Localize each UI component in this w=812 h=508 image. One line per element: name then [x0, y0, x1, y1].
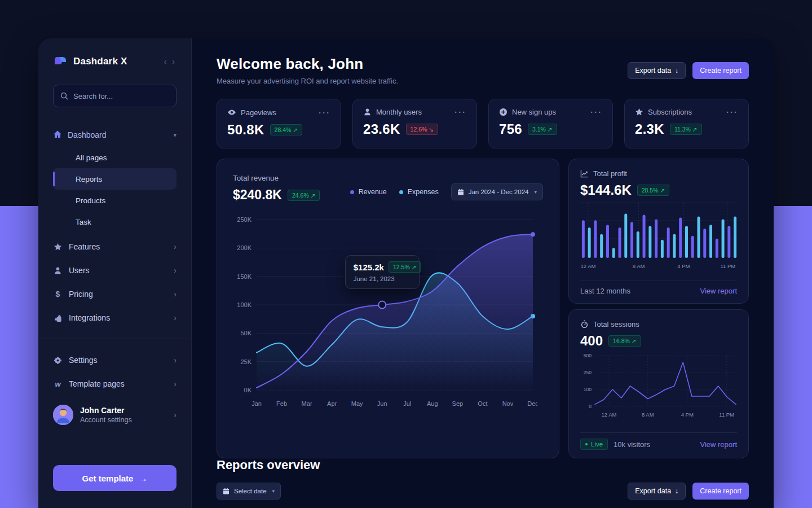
revenue-chart-svg: 250K200K150K100K50K25K0KJanFebMarAprMayJ…	[233, 212, 537, 410]
sidebar-item-features[interactable]: Features ›	[53, 235, 176, 259]
sidebar-item-template-pages[interactable]: w Template pages ›	[53, 372, 176, 396]
live-badge: Live	[580, 439, 608, 450]
stat-card-pageviews: Pageviews ··· 50.8K 28.4% ↗	[217, 99, 341, 148]
stat-value: 756	[499, 121, 522, 137]
app-window: Dashdark X ‹ › Dashboard ▾	[38, 38, 774, 508]
svg-text:Oct: Oct	[478, 400, 487, 407]
create-report-button-bottom[interactable]: Create report	[692, 483, 749, 500]
tooltip-date: June 21, 2023	[354, 275, 411, 282]
sidebar-item-integrations[interactable]: Integrations ›	[53, 306, 176, 330]
stats-row: Pageviews ··· 50.8K 28.4% ↗ Monthly user…	[217, 99, 749, 148]
export-data-button[interactable]: Export data ↓	[628, 62, 686, 79]
sidebar-item-label: Integrations	[69, 313, 110, 322]
profile-subtitle: Account settings	[80, 416, 132, 424]
svg-text:May: May	[351, 400, 363, 407]
svg-text:Dec: Dec	[527, 400, 537, 407]
stat-value: 2.3K	[635, 121, 664, 137]
svg-text:Jul: Jul	[403, 400, 411, 407]
svg-text:Mar: Mar	[302, 400, 312, 407]
calendar-icon	[457, 189, 464, 195]
chevron-right-icon: ›	[174, 313, 176, 322]
calendar-icon	[223, 488, 230, 494]
more-options-button[interactable]: ···	[319, 110, 330, 115]
stat-label: Subscriptions	[648, 108, 692, 116]
dollar-icon: $	[53, 290, 63, 299]
search-icon	[60, 92, 68, 100]
stopwatch-icon	[580, 320, 589, 329]
get-template-button[interactable]: Get template →	[53, 465, 176, 491]
sessions-value: 400	[580, 333, 603, 349]
stat-delta-badge: 11.3% ↗	[670, 124, 702, 135]
chevron-down-icon: ▾	[534, 189, 537, 195]
more-options-button[interactable]: ···	[454, 110, 466, 115]
chart-line-icon	[580, 169, 589, 178]
sidebar-collapse-icons[interactable]: ‹ ›	[164, 57, 176, 66]
profit-footer-label: Last 12 months	[580, 287, 630, 295]
search-box[interactable]	[53, 85, 176, 107]
live-dot-icon	[585, 443, 588, 445]
sidebar-item-dashboard[interactable]: Dashboard ▾	[53, 124, 176, 146]
more-options-button[interactable]: ···	[590, 110, 602, 115]
stat-label: Pageviews	[241, 108, 276, 117]
home-icon	[53, 130, 62, 141]
svg-text:100: 100	[584, 387, 592, 392]
select-date-label: Select date	[234, 488, 267, 494]
svg-text:25K: 25K	[240, 358, 251, 365]
chevron-right-icon: ›	[174, 356, 176, 365]
star-icon	[53, 243, 63, 251]
cta-label: Get template	[82, 474, 134, 483]
reports-overview-title: Reports overview	[217, 458, 749, 472]
revenue-value: $240.8K	[233, 187, 282, 203]
svg-text:11 PM: 11 PM	[720, 263, 735, 269]
chevron-right-icon: ›	[174, 410, 176, 419]
sidebar-item-label: Users	[69, 266, 90, 275]
svg-text:12 AM: 12 AM	[602, 411, 617, 418]
sidebar-item-label: Template pages	[69, 379, 125, 388]
sidebar-item-settings[interactable]: Settings ›	[53, 348, 176, 372]
create-report-button[interactable]: Create report	[692, 62, 749, 79]
gear-icon	[53, 356, 63, 365]
svg-text:500: 500	[584, 353, 592, 358]
profit-view-report-link[interactable]: View report	[700, 287, 737, 295]
sidebar-divider	[38, 339, 191, 339]
revenue-dot	[350, 190, 354, 194]
total-profit-card: Total profit $144.6K 28.5% ↗ 12 AM8 AM4 …	[568, 159, 749, 304]
sidebar-item-products[interactable]: Products	[53, 190, 176, 211]
svg-text:4 PM: 4 PM	[681, 411, 694, 418]
sessions-view-report-link[interactable]: View report	[700, 440, 737, 449]
chevron-right-icon: ›	[174, 290, 176, 299]
expenses-dot	[399, 190, 403, 194]
svg-text:Aug: Aug	[427, 400, 438, 407]
app-title: Dashdark X	[73, 56, 127, 67]
stat-value: 23.6K	[363, 121, 400, 137]
more-options-button[interactable]: ···	[726, 110, 738, 115]
visitors-label: 10k visitors	[614, 440, 650, 449]
page-subtitle: Measure your advertising ROI and report …	[217, 77, 398, 85]
webflow-icon: w	[53, 380, 63, 388]
date-range-dropdown[interactable]: Jan 2024 - Dec 2024 ▾	[451, 183, 543, 200]
user-icon	[53, 266, 63, 275]
sidebar-item-label: Settings	[69, 356, 98, 365]
select-date-dropdown[interactable]: Select date ▾	[217, 483, 281, 500]
account-settings-row[interactable]: John Carter Account settings ›	[53, 405, 176, 425]
sidebar-item-label: Pricing	[69, 290, 93, 299]
arrow-right-icon: →	[139, 474, 147, 483]
profit-title: Total profit	[593, 169, 627, 178]
download-arrow-icon: ↓	[675, 67, 678, 75]
sidebar-item-pricing[interactable]: $ Pricing ›	[53, 282, 176, 306]
sidebar-item-task[interactable]: Task	[53, 211, 176, 233]
avatar	[53, 405, 73, 425]
svg-text:Sep: Sep	[452, 400, 464, 407]
export-data-button-bottom[interactable]: Export data ↓	[628, 483, 686, 500]
sidebar-item-reports[interactable]: Reports	[53, 168, 176, 190]
search-input[interactable]	[73, 92, 169, 100]
chevron-right-icon: ›	[174, 266, 176, 275]
eye-icon	[227, 108, 236, 117]
dashboard-sub-items: All pages Reports Products Task	[53, 147, 176, 233]
sidebar-item-users[interactable]: Users ›	[53, 259, 176, 282]
sidebar-item-all-pages[interactable]: All pages	[53, 147, 176, 168]
sidebar-nav: Dashboard ▾ All pages Reports Products T…	[53, 124, 176, 330]
tooltip-delta-badge: 12.5% ↗	[389, 261, 421, 273]
chart-tooltip: $125.2k 12.5% ↗ June 21, 2023	[345, 255, 420, 289]
svg-text:0K: 0K	[244, 387, 252, 393]
